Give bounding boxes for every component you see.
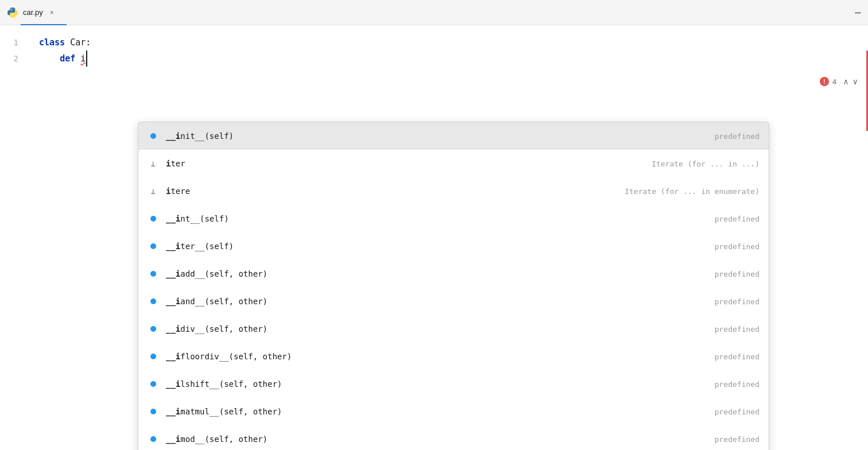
item-text-2: itere [166,187,613,196]
text-cursor: ​ [86,51,87,67]
item-text-8: __ifloordiv__(self, other) [166,352,703,361]
colon: : [86,34,91,51]
autocomplete-item-1[interactable]: ⊥ iter Iterate (for ... in ...) [138,150,769,177]
autocomplete-dropdown[interactable]: __init__(self) predefined ⊥ iter Iterate… [138,122,769,450]
tab-filename: car.py [23,8,43,17]
method-name: i [80,51,86,67]
autocomplete-item-4[interactable]: __iter__(self) predefined [138,232,769,260]
item-hint-5: predefined [703,270,760,278]
item-text-1: iter [166,159,640,168]
autocomplete-item-3[interactable]: __int__(self) predefined [138,205,769,232]
keyword-def: def [60,51,75,67]
item-hint-7: predefined [703,325,760,333]
autocomplete-item-5[interactable]: __iadd__(self, other) predefined [138,260,769,288]
item-icon-dot-3 [148,213,159,224]
editor-area: ! 4 ∧ ∨ 1 2 class Car : def i ​ [0,25,868,422]
autocomplete-item-6[interactable]: __iand__(self, other) predefined [138,288,769,315]
item-icon-dot-5 [148,268,159,280]
item-text-4: __iter__(self) [166,242,703,251]
item-icon-dot-9 [148,378,159,390]
autocomplete-item-2[interactable]: ⊥ itere Iterate (for ... in enumerate) [138,177,769,205]
item-icon-dot-6 [148,296,159,307]
item-text-9: __ilshift__(self, other) [166,379,703,389]
item-text-7: __idiv__(self, other) [166,324,703,333]
item-text-0: __init__(self) [166,131,703,141]
close-tab-button[interactable]: × [48,7,56,18]
item-hint-11: predefined [703,435,760,444]
code-line-2: def i ​ [34,51,868,67]
item-hint-2: Iterate (for ... in enumerate) [613,187,760,196]
item-text-3: __int__(self) [166,214,703,223]
more-options-icon[interactable]: ⋯ [855,6,861,18]
code-content[interactable]: class Car : def i ​ __init__(self) [34,25,868,422]
title-bar: car.py × ⋯ [0,0,868,25]
autocomplete-item-11[interactable]: __imod__(self, other) predefined [138,425,769,450]
item-icon-template-1: ⊥ [148,158,159,169]
line-number-2: 2 [0,51,26,67]
code-line-1: class Car : [34,34,868,51]
item-hint-9: predefined [703,380,760,389]
item-hint-1: Iterate (for ... in ...) [640,160,760,168]
title-bar-right: ⋯ [855,6,861,18]
autocomplete-item-10[interactable]: __imatmul__(self, other) predefined [138,398,769,425]
item-text-10: __imatmul__(self, other) [166,407,703,416]
autocomplete-item-8[interactable]: __ifloordiv__(self, other) predefined [138,343,769,370]
item-hint-8: predefined [703,352,760,361]
line-gutter: 1 2 [0,25,34,422]
item-text-5: __iadd__(self, other) [166,269,703,278]
item-hint-10: predefined [703,408,760,416]
keyword-class: class [39,34,65,51]
item-hint-6: predefined [703,297,760,306]
item-hint-0: predefined [703,132,760,141]
class-name: Car [70,34,86,51]
item-icon-dot-11 [148,433,159,445]
item-icon-dot-10 [148,406,159,417]
item-text-6: __iand__(self, other) [166,297,703,306]
item-icon-dot-7 [148,323,159,335]
item-icon-dot-4 [148,240,159,252]
item-text-11: __imod__(self, other) [166,435,703,444]
item-icon-dot [148,130,159,142]
item-icon-dot-8 [148,351,159,362]
item-hint-3: predefined [703,215,760,223]
autocomplete-item-9[interactable]: __ilshift__(self, other) predefined [138,370,769,398]
autocomplete-item-7[interactable]: __idiv__(self, other) predefined [138,315,769,343]
item-hint-4: predefined [703,242,760,251]
line-number-1: 1 [0,34,26,51]
autocomplete-item-0[interactable]: __init__(self) predefined [138,122,769,150]
item-icon-template-2: ⊥ [148,185,159,197]
python-icon [7,7,18,18]
